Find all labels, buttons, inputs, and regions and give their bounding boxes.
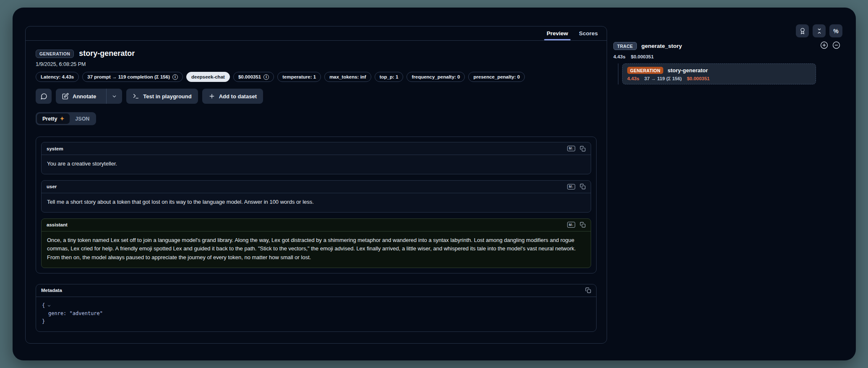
token-usage-label: 37 prompt → 119 completion (Σ 156) [87,74,170,79]
trace-metrics: 4.43s $0.000351 [613,54,654,59]
messages-container: system M↓ You are a creative storyteller… [36,137,597,273]
observation-timestamp: 1/9/2025, 6:08:25 PM [36,61,597,67]
message-content: Tell me a short story about a token that… [42,193,591,212]
tab-preview[interactable]: Preview [541,26,573,40]
collapse-all-button[interactable] [832,41,840,49]
trace-tree: GENERATION story-generator 4.43s 37 → 11… [618,63,816,84]
action-toolbar: Annotate Test in playground [36,89,597,104]
comment-icon [40,93,47,100]
tab-scores[interactable]: Scores [573,26,603,40]
json-close-brace: } [42,318,45,326]
pen-square-icon [62,93,69,100]
markdown-toggle-icon[interactable]: M↓ [567,146,575,152]
cost-label: $0.000351 [238,74,261,79]
copy-icon[interactable] [580,222,586,228]
tree-guide-line [618,63,618,84]
terminal-icon [133,93,139,100]
model-pill[interactable]: deepseek-chat [186,72,230,82]
trace-cost: $0.000351 [631,54,654,59]
panel-action-buttons: % [796,24,842,37]
annotate-dropdown-button[interactable] [106,89,122,104]
observation-type-badge: GENERATION [36,50,74,58]
assistant-message-block: assistant M↓ Once, a tiny token named Le… [41,218,591,268]
trace-type-badge: TRACE [613,42,637,50]
markdown-toggle-icon[interactable]: M↓ [567,184,575,190]
percent-toggle-button[interactable]: % [829,24,842,37]
annotate-label: Annotate [73,93,96,100]
collapse-vertical-icon [816,28,823,34]
copy-icon[interactable] [580,184,586,189]
sparkles-icon: ✦ [60,116,64,122]
top-p-pill: top_p: 1 [375,72,404,82]
award-icon [799,28,806,34]
pretty-label: Pretty [42,116,57,122]
copy-icon[interactable] [580,146,586,152]
trace-name[interactable]: generate_story [641,43,682,49]
token-usage-pill[interactable]: 37 prompt → 119 completion (Σ 156) i [82,72,183,82]
info-icon: i [172,74,178,80]
max-tokens-pill: max_tokens: inf [324,72,371,82]
metric-pills: Latency: 4.43s 37 prompt → 119 completio… [36,72,597,82]
message-role: user [47,184,57,189]
node-name: story-generator [667,67,708,74]
metadata-json: { genre: "adventure" } [36,297,596,331]
app-card: Preview Scores GENERATION story-generato… [13,8,856,360]
collapse-chevron-icon[interactable] [47,304,51,308]
message-content: Once, a tiny token named Lex set off to … [42,231,591,268]
metadata-title: Metadata [41,288,62,293]
frequency-penalty-pill: frequency_penalty: 0 [407,72,465,82]
cost-pill[interactable]: $0.000351 i [233,72,274,82]
presence-penalty-pill: presence_penalty: 0 [468,72,525,82]
message-role: assistant [47,222,68,227]
annotate-split-button: Annotate [56,89,122,104]
observation-preview-panel: Preview Scores GENERATION story-generato… [25,26,607,344]
generation-type-badge: GENERATION [627,67,663,74]
observation-content: GENERATION story-generator 1/9/2025, 6:0… [26,41,607,332]
tree-node-story-generator[interactable]: GENERATION story-generator 4.43s 37 → 11… [622,63,816,84]
comment-button[interactable] [36,89,52,104]
trace-latency: 4.43s [613,54,626,59]
tree-expand-controls [820,41,840,49]
user-message-block: user M↓ Tell me a short story about a to… [41,180,591,213]
add-to-dataset-button[interactable]: Add to dataset [202,89,263,104]
plus-icon [209,93,215,100]
page-title: story-generator [79,49,135,58]
node-cost: $0.000351 [687,76,709,81]
message-content: You are a creative storyteller. [42,155,591,174]
markdown-toggle-icon[interactable]: M↓ [567,222,575,228]
percent-icon: % [833,28,838,34]
copy-icon[interactable] [585,287,591,293]
temperature-pill: temperature: 1 [277,72,321,82]
expand-all-button[interactable] [820,41,828,49]
json-view-button[interactable]: JSON [70,113,95,124]
metadata-box: Metadata { genre: "ad [36,284,597,332]
collapse-panel-button[interactable] [813,24,826,37]
view-mode-toggle: Pretty ✦ JSON [36,112,96,125]
node-latency: 4.43s [627,76,639,81]
annotation-queue-button[interactable] [796,24,809,37]
json-open-brace: { [42,302,45,310]
pretty-view-button[interactable]: Pretty ✦ [37,113,70,124]
json-entry: genre: "adventure" [48,310,103,318]
info-icon: i [263,74,269,80]
latency-pill: Latency: 4.43s [36,72,79,82]
node-tokens: 37 → 119 (Σ 156) [644,76,682,81]
annotate-button[interactable]: Annotate [56,89,102,104]
chevron-down-icon [112,94,117,99]
dataset-label: Add to dataset [219,93,257,100]
message-role: system [47,146,63,151]
test-in-playground-button[interactable]: Test in playground [126,89,198,104]
system-message-block: system M↓ You are a creative storyteller… [41,142,591,174]
preview-tabbar: Preview Scores [26,26,607,41]
playground-label: Test in playground [143,93,191,100]
